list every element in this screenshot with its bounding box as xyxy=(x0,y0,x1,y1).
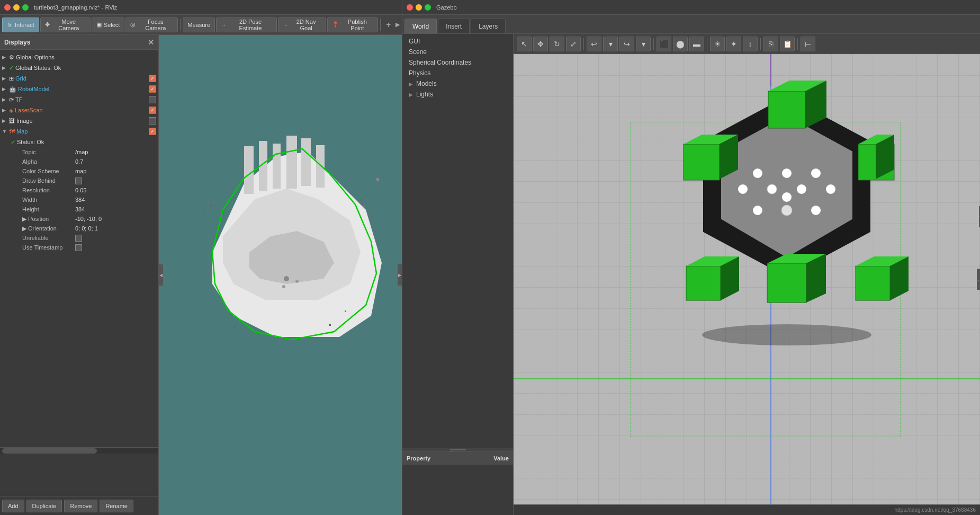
maximize-button[interactable] xyxy=(22,4,29,11)
toolbar-arrow[interactable]: ▶ xyxy=(395,21,400,28)
world-physics-item[interactable]: Physics xyxy=(402,68,513,78)
remove-button[interactable]: Remove xyxy=(64,500,97,512)
status-url: https://blog.csdn.net/qq_37668436 xyxy=(895,507,976,513)
select-button[interactable]: ▣ Select xyxy=(92,17,125,32)
directional-light-button[interactable]: ↕ xyxy=(743,37,758,51)
unreliable-checkbox[interactable] xyxy=(75,235,82,242)
tab-world[interactable]: World xyxy=(404,19,437,33)
global-options-item[interactable]: ▶ ⚙ Global Options xyxy=(0,52,158,63)
sidebar-content: ▶ ⚙ Global Options ▶ ✓ Global Status: Ok… xyxy=(0,50,158,447)
tab-insert[interactable]: Insert xyxy=(438,19,470,33)
rotate-tool-button[interactable]: ↻ xyxy=(550,37,564,51)
expand-arrow: ▶ xyxy=(2,97,7,102)
models-label: Models xyxy=(416,80,437,87)
interact-button[interactable]: 🖱 Interact xyxy=(2,17,39,32)
map-topic-row: Topic /map xyxy=(0,147,158,157)
global-status-item[interactable]: ▶ ✓ Global Status: Ok xyxy=(0,63,158,73)
resize-handle[interactable]: ··· xyxy=(402,448,513,451)
world-lights-item[interactable]: ▶ Lights xyxy=(402,89,513,100)
sidebar-scrollbar[interactable] xyxy=(0,447,158,454)
map-item[interactable]: ▼ 🗺 Map xyxy=(0,126,158,137)
pose-estimate-button[interactable]: → 2D Pose Estimate xyxy=(216,17,277,32)
undo-arrow[interactable]: ▾ xyxy=(603,37,618,51)
svg-rect-42 xyxy=(767,263,806,303)
svg-point-56 xyxy=(781,205,792,216)
world-scene-item[interactable]: Scene xyxy=(402,47,513,57)
box-button[interactable]: ⬛ xyxy=(657,37,671,51)
map-status-label: Status: Ok xyxy=(17,139,156,145)
align-button[interactable]: ⊢ xyxy=(801,37,815,51)
gazebo-window-controls xyxy=(407,4,431,11)
measure-button[interactable]: Measure xyxy=(183,17,215,32)
world-models-item[interactable]: ▶ Models xyxy=(402,78,513,89)
laser-scan-item[interactable]: ▶ ◈ LaserScan xyxy=(0,105,158,116)
world-spherical-item[interactable]: Spherical Coordinates xyxy=(402,57,513,68)
viewport-canvas[interactable] xyxy=(159,35,402,515)
right-collapse-handle[interactable]: ▶ xyxy=(398,264,402,286)
copy-icon: ⎘ xyxy=(769,40,773,48)
scale-tool-button[interactable]: ⤢ xyxy=(566,37,581,51)
robot-model-checkbox[interactable] xyxy=(149,85,156,93)
rename-button[interactable]: Rename xyxy=(100,500,133,512)
sun-button[interactable]: ☀ xyxy=(710,37,725,51)
world-gui-item[interactable]: GUI xyxy=(402,36,513,47)
publish-point-button[interactable]: 📍 Publish Point xyxy=(327,17,377,32)
gazebo-viewport[interactable]: ⋮ xyxy=(514,54,980,504)
nav-goal-button[interactable]: → 2D Nav Goal xyxy=(278,17,326,32)
add-tool-button[interactable]: + xyxy=(382,19,394,31)
rviz-title-bar: turtlebot3_gmapping.rviz* - RViz xyxy=(0,0,402,15)
tf-item[interactable]: ▶ ⟳ TF xyxy=(0,94,158,105)
translate-tool-button[interactable]: ✥ xyxy=(533,37,548,51)
tf-checkbox[interactable] xyxy=(149,96,156,103)
copy-button[interactable]: ⎘ xyxy=(763,37,778,51)
grid-item[interactable]: ▶ ⊞ Grid xyxy=(0,73,158,84)
paste-icon: 📋 xyxy=(783,40,792,48)
grid-checkbox[interactable] xyxy=(149,75,156,82)
undo-button[interactable]: ↩ xyxy=(587,37,601,51)
gazebo-toolbar: ↖ ✥ ↻ ⤢ ↩ ▾ ↪ xyxy=(514,34,980,54)
laser-scan-checkbox[interactable] xyxy=(149,106,156,114)
redo-button[interactable]: ↪ xyxy=(619,37,634,51)
sphere-button[interactable]: ⬤ xyxy=(673,37,688,51)
close-button[interactable] xyxy=(4,4,11,11)
gazebo-maximize-button[interactable] xyxy=(425,4,431,11)
toolbar-sep-4 xyxy=(760,38,761,50)
duplicate-button[interactable]: Duplicate xyxy=(26,500,62,512)
move-camera-button[interactable]: ✥ Move Camera xyxy=(40,17,91,32)
map-checkbox[interactable] xyxy=(149,128,156,135)
viewport-right-handle[interactable]: ⋮ xyxy=(977,269,980,290)
laser-icon: ◈ xyxy=(9,107,13,114)
paste-button[interactable]: 📋 xyxy=(780,37,795,51)
image-checkbox[interactable] xyxy=(149,117,156,125)
map-use-timestamp-label: Use Timestamp xyxy=(22,244,75,251)
image-item[interactable]: ▶ 🖼 Image xyxy=(0,116,158,126)
svg-point-13 xyxy=(282,285,285,288)
sidebar-close-button[interactable]: ✕ xyxy=(148,38,154,47)
svg-point-52 xyxy=(826,184,835,194)
cylinder-button[interactable]: ▬ xyxy=(689,37,704,51)
minimize-button[interactable] xyxy=(13,4,20,11)
arrow-tool-button[interactable]: ↖ xyxy=(517,37,532,51)
tab-layers[interactable]: Layers xyxy=(471,19,506,33)
displays-header: Displays ✕ xyxy=(0,35,158,50)
spot-light-button[interactable]: ✦ xyxy=(726,37,741,51)
left-collapse-handle[interactable]: ◀ xyxy=(159,264,163,286)
add-button[interactable]: Add xyxy=(2,500,24,512)
scrollbar-thumb[interactable] xyxy=(2,448,97,454)
redo-arrow[interactable]: ▾ xyxy=(636,37,651,51)
map-color-scheme-row: Color Scheme map xyxy=(0,166,158,176)
robot-model-svg xyxy=(654,75,919,351)
global-status-label: Global Status: Ok xyxy=(15,65,156,71)
use-timestamp-checkbox[interactable] xyxy=(75,244,82,251)
pose-icon: → xyxy=(221,22,227,28)
physics-label: Physics xyxy=(409,69,430,77)
map-unreliable-label: Unreliable xyxy=(22,235,75,241)
expand-arrow: ▶ xyxy=(2,55,7,60)
focus-camera-button[interactable]: ◎ Focus Camera xyxy=(125,17,178,32)
gazebo-close-button[interactable] xyxy=(407,4,413,11)
map-draw-behind-row: Draw Behind xyxy=(0,176,158,185)
undo-dropdown-icon: ▾ xyxy=(609,40,613,48)
gazebo-minimize-button[interactable] xyxy=(416,4,422,11)
draw-behind-checkbox[interactable] xyxy=(75,177,82,184)
robot-model-item[interactable]: ▶ 🤖 RobotModel xyxy=(0,84,158,94)
